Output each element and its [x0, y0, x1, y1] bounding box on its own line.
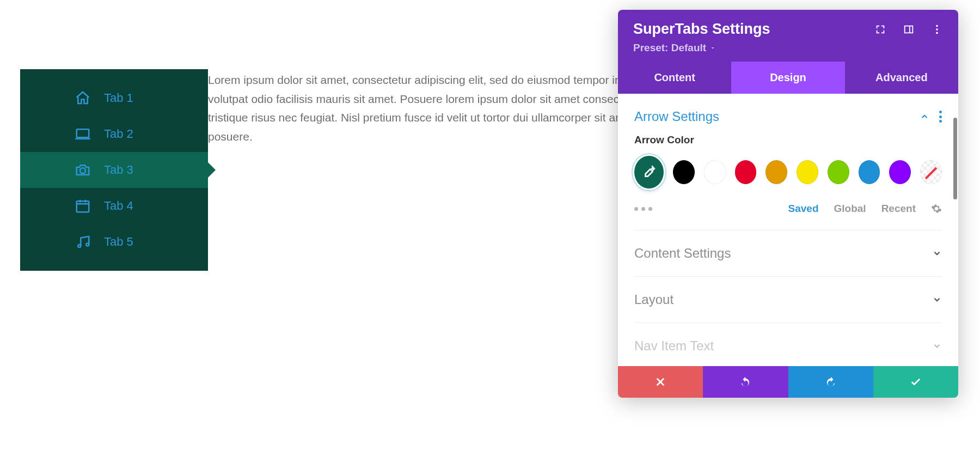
color-swatches	[634, 156, 942, 188]
chevron-up-icon	[920, 112, 929, 121]
section-title: Nav Item Text	[634, 338, 714, 354]
laptop-icon	[75, 126, 91, 142]
panel-tab-content[interactable]: Content	[618, 62, 731, 94]
section-arrow-settings[interactable]: Arrow Settings	[634, 107, 942, 134]
redo-icon	[825, 376, 837, 388]
color-swatch-white[interactable]	[704, 160, 726, 184]
color-swatch-black[interactable]	[673, 160, 695, 184]
undo-button[interactable]	[703, 366, 788, 398]
home-icon	[75, 90, 91, 106]
palette-tab-global[interactable]: Global	[834, 203, 866, 215]
panel-tab-design[interactable]: Design	[731, 62, 844, 94]
color-swatch-green[interactable]	[828, 160, 849, 184]
chevron-down-icon	[932, 341, 942, 351]
panel-action-bar	[618, 366, 958, 398]
gear-icon[interactable]	[931, 203, 942, 214]
tab-label: Tab 4	[104, 199, 133, 213]
section-layout[interactable]: Layout	[634, 276, 942, 323]
dock-icon[interactable]	[903, 23, 915, 35]
palette-tab-saved[interactable]: Saved	[788, 203, 819, 215]
panel-tab-advanced[interactable]: Advanced	[845, 62, 958, 94]
close-icon	[654, 376, 666, 388]
svg-point-4	[86, 244, 89, 246]
chevron-down-icon	[709, 45, 716, 51]
svg-point-5	[936, 25, 938, 27]
section-nav-item-text[interactable]: Nav Item Text	[634, 323, 942, 366]
tab-label: Tab 2	[104, 127, 133, 141]
svg-point-6	[936, 28, 938, 31]
section-title: Content Settings	[634, 246, 731, 261]
tab-item-4[interactable]: Tab 4	[20, 188, 208, 224]
preset-selector[interactable]: Preset: Default	[633, 42, 943, 54]
settings-panel: SuperTabs Settings Preset: Default Conte…	[618, 10, 958, 398]
confirm-button[interactable]	[873, 366, 958, 398]
svg-rect-2	[77, 201, 89, 212]
tab-item-1[interactable]: Tab 1	[20, 80, 208, 116]
tab-nav: Tab 1 Tab 2 Tab 3 Tab 4 Tab 5	[20, 69, 208, 271]
camera-icon	[75, 162, 91, 178]
undo-icon	[739, 376, 751, 388]
svg-point-1	[80, 168, 85, 173]
tab-item-3[interactable]: Tab 3	[20, 152, 208, 188]
color-swatch-purple[interactable]	[889, 160, 911, 184]
palette-tab-recent[interactable]: Recent	[881, 203, 916, 215]
chevron-down-icon	[932, 295, 942, 305]
more-vertical-icon[interactable]	[931, 23, 943, 35]
color-swatch-teal[interactable]	[634, 156, 664, 188]
chevron-down-icon	[932, 248, 942, 258]
redo-button[interactable]	[788, 366, 873, 398]
panel-title: SuperTabs Settings	[633, 21, 770, 38]
section-content-settings[interactable]: Content Settings	[634, 230, 942, 276]
tab-item-5[interactable]: Tab 5	[20, 224, 208, 260]
svg-rect-0	[77, 129, 89, 137]
calendar-icon	[75, 198, 91, 214]
tab-label: Tab 1	[104, 91, 133, 105]
preset-label: Preset: Default	[633, 42, 706, 54]
field-label-arrow-color: Arrow Color	[634, 134, 942, 146]
section-title: Arrow Settings	[634, 109, 719, 124]
svg-point-3	[78, 245, 81, 247]
eyedropper-icon	[642, 165, 656, 179]
palette-pager[interactable]	[634, 207, 652, 211]
svg-point-7	[936, 32, 938, 34]
panel-tabs: Content Design Advanced	[618, 62, 958, 94]
tab-item-2[interactable]: Tab 2	[20, 116, 208, 152]
panel-header: SuperTabs Settings Preset: Default	[618, 10, 958, 62]
tab-label: Tab 5	[104, 235, 133, 249]
tab-label: Tab 3	[104, 163, 133, 177]
section-more-icon[interactable]	[939, 111, 942, 123]
color-swatch-orange[interactable]	[765, 160, 787, 184]
cancel-button[interactable]	[618, 366, 703, 398]
color-swatch-yellow[interactable]	[797, 160, 818, 184]
fullscreen-icon[interactable]	[874, 23, 886, 35]
color-swatch-transparent[interactable]	[920, 160, 942, 184]
music-icon	[75, 234, 91, 250]
section-title: Layout	[634, 292, 673, 307]
color-swatch-blue[interactable]	[859, 160, 880, 184]
color-swatch-red[interactable]	[735, 160, 757, 184]
scrollbar-thumb[interactable]	[953, 118, 957, 199]
check-icon	[910, 376, 922, 388]
